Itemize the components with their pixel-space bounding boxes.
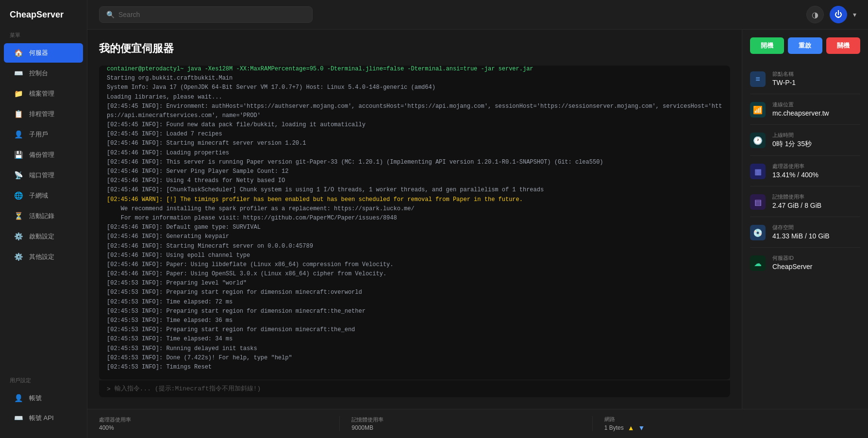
terminal-icon: ⌨️ [14, 68, 23, 78]
console-line: [02:45:53 INFO]: Preparing level "world" [107, 279, 722, 288]
settings-icon: ⚙️ [14, 252, 23, 262]
console-line: [02:45:46 INFO]: Paper: Using OpenSSL 3.… [107, 270, 722, 279]
bottom-network-label: 網路 [604, 416, 833, 423]
stat-uptime: 🕐 上線時間 0時 1分 35秒 [750, 125, 860, 156]
connection-icon: 📶 [750, 102, 766, 118]
storage-icon: 💿 [750, 225, 766, 240]
start-button[interactable]: 開機 [750, 37, 784, 54]
action-buttons: 開機 重啟 關機 [750, 37, 860, 54]
sidebar-item-settings[interactable]: ⚙️ 其他設定 [4, 247, 83, 267]
memory-value: 2.47 GiB / 8 GiB [772, 202, 860, 209]
sidebar-item-backup[interactable]: 💾 備份管理 [4, 145, 83, 165]
console-output[interactable]: CheapServer面板: 何服器已標示為 running...contain… [99, 66, 730, 380]
sidebar-item-subusers[interactable]: 👤 子用戶 [4, 125, 83, 144]
bottom-network-icons: 1 Bytes ▲ ▼ [604, 424, 833, 432]
user-dropdown[interactable]: ▾ [853, 11, 856, 18]
sidebar-item-files[interactable]: 📁 檔案管理 [4, 84, 83, 103]
power-button[interactable]: ⏻ [830, 6, 847, 23]
console-line: [02:45:46 INFO]: Server Ping Player Samp… [107, 167, 722, 176]
stat-memory: ▤ 記憶體使用率 2.47 GiB / 8 GiB [750, 186, 860, 217]
stats-panel: 開機 重啟 關機 ≡ 節點名稱 TW-P-1 📶 連線位置 mc.cheapse… [742, 30, 868, 409]
search-box[interactable]: 🔍 [99, 6, 313, 23]
sidebar-label-account: 帳號 [29, 394, 42, 403]
console-line: [02:45:46 INFO]: [ChunkTaskScheduler] Ch… [107, 185, 722, 195]
sidebar: CheapServer 菜單 🏠 何服器 ⌨️ 控制台 📁 檔案管理 📋 排程管… [0, 0, 87, 438]
bottom-memory-value: 9000MB [351, 424, 580, 431]
stat-node: ≡ 節點名稱 TW-P-1 [750, 64, 860, 94]
user-icon: 👤 [14, 130, 23, 139]
console-line: [02:45:53 INFO]: Time elapsed: 34 ms [107, 335, 722, 344]
bottom-stats: 處理器使用率 400% 記憶體使用率 9000MB 網路 1 Bytes ▲ ▼ [87, 409, 868, 438]
contrast-button[interactable]: ◑ [806, 6, 824, 23]
storage-value: 41.33 MiB / 10 GiB [772, 232, 860, 240]
console-line: For more information please visit: https… [107, 214, 722, 223]
search-icon: 🔍 [106, 11, 115, 18]
console-line: [02:45:46 INFO]: Paper: Using libdeflate… [107, 260, 722, 270]
node-icon: ≡ [750, 71, 766, 87]
sidebar-label-schedule: 排程管理 [29, 110, 54, 118]
console-input[interactable] [115, 385, 722, 392]
sidebar-item-schedule[interactable]: 📋 排程管理 [4, 104, 83, 124]
console-line: [02:45:53 INFO]: Preparing start region … [107, 325, 722, 335]
sidebar-label-settings: 其他設定 [29, 253, 54, 261]
bottom-network-value: 1 Bytes [604, 424, 624, 431]
console-line: [02:45:46 INFO]: Starting minecraft serv… [107, 139, 722, 148]
console-line: Starting org.bukkit.craftbukkit.Main [107, 74, 722, 83]
sidebar-label-startup: 啟動設定 [29, 232, 54, 241]
console-line: [02:45:46 INFO]: Generating keypair [107, 232, 722, 241]
console-input-bar: > [99, 380, 730, 397]
console-line: container@pterodactyl~ java -Xes128M -XX… [107, 66, 722, 74]
serverid-value: CheapServer [772, 263, 860, 270]
sidebar-item-network[interactable]: 📡 端口管理 [4, 166, 83, 185]
console-panel: 我的便宜伺服器 CheapServer面板: 何服器已標示為 running..… [87, 30, 742, 409]
bottom-memory-label: 記憶體使用率 [351, 416, 580, 423]
console-line: [02:45:53 INFO]: Preparing start region … [107, 307, 722, 316]
sidebar-label-console: 控制台 [29, 69, 48, 78]
backup-icon: 💾 [14, 150, 23, 160]
console-line: System Info: Java 17 (OpenJDK 64-Bit Ser… [107, 83, 722, 92]
upload-icon: ▲ [628, 424, 634, 432]
console-line: [02:45:53 INFO]: Timings Reset [107, 363, 722, 372]
uptime-value: 0時 1分 35秒 [772, 140, 860, 149]
sidebar-item-api[interactable]: ⌨️ 帳號 API [4, 408, 83, 428]
console-line: [02:45:46 INFO]: Default game type: SURV… [107, 223, 722, 232]
memory-label: 記憶體使用率 [772, 193, 860, 201]
console-line: [02:45:45 INFO]: Loaded 7 recipes [107, 130, 722, 139]
node-label: 節點名稱 [772, 70, 860, 78]
sidebar-label-activity: 活動記錄 [29, 212, 54, 220]
connection-label: 連線位置 [772, 101, 860, 108]
sidebar-label-subdomain: 子網域 [29, 191, 48, 200]
user-section: 用戶設定 👤 帳號 ⌨️ 帳號 API [0, 369, 87, 428]
schedule-icon: 📋 [14, 109, 23, 119]
sidebar-item-server[interactable]: 🏠 何服器 [4, 43, 83, 63]
sidebar-item-account[interactable]: 👤 帳號 [4, 388, 83, 408]
subdomain-icon: 🌐 [14, 191, 23, 201]
page-title: 我的便宜伺服器 [99, 41, 730, 56]
bottom-cpu-label: 處理器使用率 [99, 416, 328, 423]
menu-section-label: 菜單 [0, 32, 87, 43]
cpu-value: 13.41% / 400% [772, 171, 860, 179]
account-icon: 👤 [14, 393, 23, 403]
console-line: [02:45:46 WARN]: [!] The timings profile… [107, 195, 722, 204]
stat-connection: 📶 連線位置 mc.cheapserver.tw [750, 94, 860, 125]
restart-button[interactable]: 重啟 [788, 37, 822, 54]
sidebar-item-startup[interactable]: ⚙️ 啟動設定 [4, 227, 83, 246]
bottom-cpu-value: 400% [99, 424, 328, 431]
stop-button[interactable]: 關機 [826, 37, 860, 54]
sidebar-item-console[interactable]: ⌨️ 控制台 [4, 64, 83, 83]
search-input[interactable] [118, 11, 305, 18]
main-content: 🔍 ◑ ⏻ ▾ 我的便宜伺服器 CheapServer面板: 何服器已標示為 r… [87, 0, 868, 438]
download-icon: ▼ [638, 424, 645, 432]
bottom-stat-cpu: 處理器使用率 400% [99, 416, 340, 431]
sidebar-label-files: 檔案管理 [29, 89, 54, 98]
sidebar-label-subusers: 子用戶 [29, 130, 48, 139]
startup-icon: ⚙️ [14, 232, 23, 241]
stat-storage: 💿 儲存空間 41.33 MiB / 10 GiB [750, 217, 860, 248]
topbar: 🔍 ◑ ⏻ ▾ [87, 0, 868, 30]
topbar-right: ◑ ⏻ ▾ [806, 6, 856, 23]
sidebar-item-activity[interactable]: ⏳ 活動記錄 [4, 206, 83, 226]
network-icon: 📡 [14, 170, 23, 180]
sidebar-item-subdomain[interactable]: 🌐 子網域 [4, 186, 83, 205]
console-line: [02:45:46 INFO]: Using epoll channel typ… [107, 251, 722, 260]
uptime-label: 上線時間 [772, 132, 860, 139]
